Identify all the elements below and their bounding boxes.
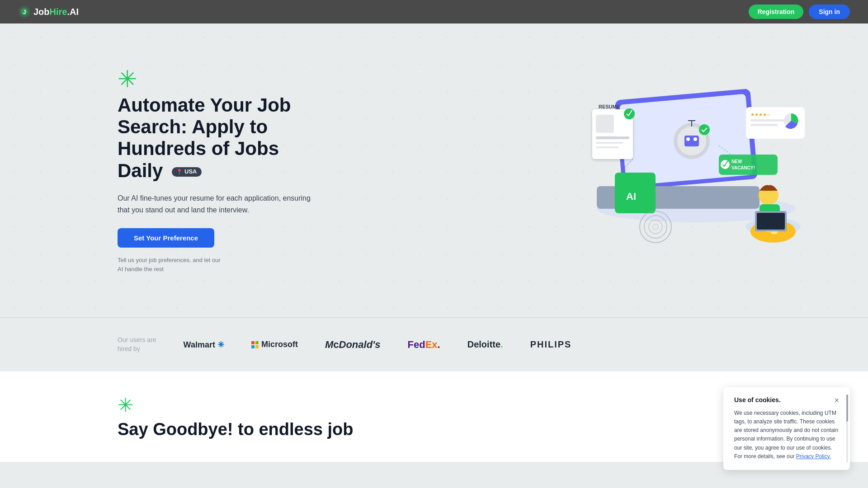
- logo-text: JobHire.AI: [33, 7, 79, 17]
- philips-logo: PHILIPS: [530, 339, 572, 350]
- bottom-asterisk: ✳: [118, 394, 750, 416]
- svg-rect-9: [684, 136, 699, 146]
- microsoft-logo: Microsoft: [251, 340, 298, 349]
- cookie-scrollbar-thumb: [846, 394, 848, 422]
- cookie-notice: Use of cookies. × We use necessary cooki…: [723, 387, 850, 470]
- svg-point-14: [699, 124, 710, 135]
- svg-text:NEW: NEW: [731, 159, 742, 164]
- cookie-scrollbar[interactable]: [846, 394, 848, 463]
- hero-title: Automate Your Job Search: Apply to Hundr…: [118, 94, 316, 182]
- privacy-policy-link[interactable]: Privacy Policy.: [796, 453, 831, 460]
- hero-section: ✳ Automate Your Job Search: Apply to Hun…: [0, 23, 868, 317]
- walmart-logo: Walmart ✳: [184, 340, 224, 350]
- hero-illustration: RESUME ★★★★☆ NEW VACANCY! AI: [561, 37, 832, 272]
- companies-logos: Walmart ✳ Microsoft McDonald's FedEx. De…: [184, 339, 572, 351]
- svg-rect-18: [596, 142, 623, 144]
- deloitte-logo: Deloitte.: [467, 339, 503, 350]
- svg-point-36: [653, 224, 658, 230]
- cookie-title: Use of cookies.: [734, 396, 781, 404]
- fedex-logo: FedEx.: [408, 339, 440, 351]
- asterisk-decoration: ✳: [118, 67, 316, 91]
- svg-text:RESUME: RESUME: [599, 104, 620, 109]
- svg-rect-44: [757, 213, 785, 230]
- registration-button[interactable]: Registration: [749, 5, 804, 19]
- companies-label: Our users are hired by: [118, 336, 156, 353]
- cookie-text: We use necessary cookies, including UTM …: [734, 409, 839, 461]
- svg-point-10: [686, 137, 690, 141]
- microsoft-grid-icon: [251, 341, 259, 348]
- svg-rect-24: [750, 119, 787, 122]
- mcdonalds-logo: McDonald's: [325, 339, 381, 351]
- svg-point-11: [693, 137, 697, 141]
- logo: J JobHire.AI: [18, 5, 79, 18]
- navbar: J JobHire.AI Registration Sign in: [0, 0, 868, 23]
- navbar-actions: Registration Sign in: [749, 5, 850, 19]
- svg-rect-25: [750, 124, 778, 126]
- hero-hint: Tell us your job preferences, and let ou…: [118, 256, 244, 273]
- svg-point-35: [649, 220, 662, 234]
- svg-rect-17: [596, 136, 629, 139]
- svg-rect-19: [596, 146, 618, 148]
- usa-badge: 📍 USA: [172, 167, 201, 177]
- bottom-title: Say Goodbye! to endless job: [118, 420, 750, 439]
- cookie-header: Use of cookies. ×: [734, 396, 839, 404]
- hero-content: ✳ Automate Your Job Search: Apply to Hun…: [0, 40, 316, 300]
- companies-section: Our users are hired by Walmart ✳ Microso…: [0, 317, 868, 371]
- logo-icon: J: [18, 5, 31, 18]
- set-preference-button[interactable]: Set Your Preference: [118, 228, 214, 248]
- hero-subtitle: Our AI fine-tunes your resume for each a…: [118, 192, 316, 216]
- svg-text:★★★★☆: ★★★★☆: [750, 112, 771, 117]
- signin-button[interactable]: Sign in: [809, 5, 850, 19]
- svg-text:J: J: [23, 9, 26, 15]
- svg-text:AI: AI: [626, 191, 636, 202]
- svg-text:VACANCY!: VACANCY!: [731, 165, 755, 170]
- svg-rect-16: [596, 115, 614, 133]
- cookie-close-button[interactable]: ×: [834, 396, 839, 404]
